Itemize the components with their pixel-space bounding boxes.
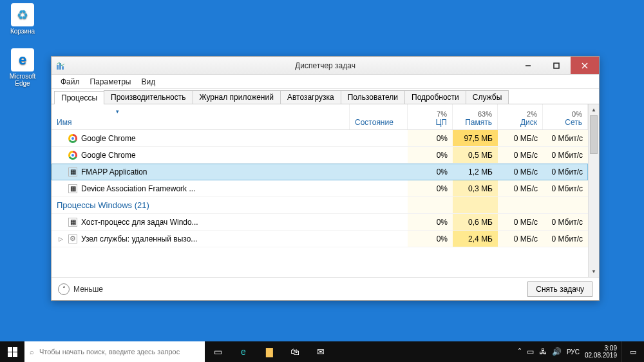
col-status[interactable]: Состояние <box>350 104 408 129</box>
col-network[interactable]: 0%Сеть <box>543 104 588 129</box>
svg-rect-10 <box>13 352 17 357</box>
process-disk: 0 МБ/с <box>498 147 543 163</box>
edge-icon <box>11 48 34 71</box>
gear-icon <box>68 234 77 243</box>
tab-users[interactable]: Пользователи <box>341 90 405 104</box>
taskbar-edge[interactable]: e <box>231 341 256 362</box>
expand-icon[interactable]: ▷ <box>57 236 64 242</box>
process-memory: 1,2 МБ <box>453 164 498 180</box>
recycle-bin-icon <box>11 3 34 26</box>
process-disk: 0 МБ/с <box>498 164 543 180</box>
scroll-thumb[interactable] <box>590 115 598 154</box>
tab-startup[interactable]: Автозагрузка <box>280 90 341 104</box>
end-task-button[interactable]: Снять задачу <box>527 281 592 297</box>
tray-chevron-icon[interactable]: ˄ <box>518 347 522 356</box>
process-status <box>350 231 408 247</box>
tray-network-icon[interactable]: 🖧 <box>539 347 547 356</box>
process-row[interactable]: ▦Device Association Framework ...0%0,3 М… <box>52 180 588 197</box>
process-name: Google Chrome <box>81 134 136 143</box>
scroll-down-button[interactable]: ▼ <box>589 266 599 277</box>
taskbar-explorer[interactable]: ▇ <box>256 341 282 362</box>
process-row[interactable]: ▦FMAPP Application0%1,2 МБ0 МБ/с0 Мбит/с <box>52 164 588 180</box>
tab-performance[interactable]: Производительность <box>104 90 193 104</box>
titlebar[interactable]: Диспетчер задач <box>52 57 599 75</box>
process-name: Google Chrome <box>81 151 136 160</box>
process-status <box>350 214 408 230</box>
app-icon <box>55 61 66 71</box>
taskbar-store[interactable]: 🛍 <box>282 341 308 362</box>
process-name: Узел службы: удаленный вызо... <box>81 234 197 243</box>
process-network: 0 Мбит/с <box>543 164 588 180</box>
start-button[interactable] <box>0 341 24 362</box>
search-icon: ⌕ <box>30 348 34 356</box>
process-status <box>350 130 408 146</box>
svg-rect-0 <box>57 65 59 70</box>
svg-rect-9 <box>8 352 12 357</box>
app-icon: ▦ <box>68 218 77 227</box>
svg-rect-8 <box>13 347 17 352</box>
taskbar: ⌕ Чтобы начать поиск, введите здесь запр… <box>0 341 644 362</box>
tray-volume-icon[interactable]: 🔊 <box>552 347 562 356</box>
menu-view[interactable]: Вид <box>136 76 160 88</box>
menu-file[interactable]: Файл <box>55 76 85 88</box>
process-row[interactable]: ▦Хост-процесс для задач Windo...0%0,6 МБ… <box>52 214 588 231</box>
process-row[interactable]: ▷Узел службы: удаленный вызо...0%2,4 МБ0… <box>52 231 588 247</box>
process-memory: 2,4 МБ <box>453 231 498 247</box>
vertical-scrollbar[interactable]: ▲ ▼ <box>588 104 599 277</box>
scroll-up-button[interactable]: ▲ <box>589 104 599 115</box>
process-status <box>350 164 408 180</box>
tab-services[interactable]: Службы <box>466 90 509 104</box>
menu-options[interactable]: Параметры <box>85 76 137 88</box>
process-status <box>350 180 408 196</box>
action-center-button[interactable]: ▭ <box>621 341 644 362</box>
desktop-icon-label: Корзина <box>3 28 42 35</box>
tab-details[interactable]: Подробности <box>404 90 466 104</box>
chrome-icon <box>68 151 77 160</box>
process-memory: 97,5 МБ <box>453 130 498 146</box>
window-footer: ˄ Меньше Снять задачу <box>52 277 599 300</box>
app-icon: ▦ <box>68 184 77 193</box>
search-placeholder: Чтобы начать поиск, введите здесь запрос <box>39 348 180 356</box>
process-memory: 0,3 МБ <box>453 180 498 196</box>
process-cpu: 0% <box>408 130 453 146</box>
task-view-button[interactable]: ▭ <box>205 341 231 362</box>
process-memory: 0,5 МБ <box>453 147 498 163</box>
maximize-button[interactable] <box>542 57 571 74</box>
process-disk: 0 МБ/с <box>498 231 543 247</box>
menubar: Файл Параметры Вид <box>52 75 599 89</box>
process-row[interactable]: Google Chrome0%0,5 МБ0 МБ/с0 Мбит/с <box>52 147 588 164</box>
process-memory: 0,6 МБ <box>453 214 498 230</box>
desktop-icon-edge[interactable]: Microsoft Edge <box>3 48 42 87</box>
tray-battery-icon[interactable]: ▭ <box>527 347 534 356</box>
system-tray: ˄ ▭ 🖧 🔊 РУС 3:09 02.08.2019 <box>514 345 621 359</box>
close-button[interactable] <box>571 57 599 74</box>
process-network: 0 Мбит/с <box>543 130 588 146</box>
fewer-details-button[interactable]: ˄ Меньше <box>58 283 103 295</box>
svg-rect-7 <box>8 347 12 352</box>
scroll-track[interactable] <box>589 115 599 266</box>
tray-language[interactable]: РУС <box>567 348 580 356</box>
task-manager-window: Диспетчер задач Файл Параметры Вид Проце… <box>51 56 600 301</box>
desktop-icon-recycle-bin[interactable]: Корзина <box>3 3 42 35</box>
col-name[interactable]: ▾ Имя <box>52 104 350 129</box>
process-disk: 0 МБ/с <box>498 214 543 230</box>
process-grid: ▾ Имя Состояние 7%ЦП 63%Память 2%Диск 0%… <box>52 104 588 277</box>
process-status <box>350 147 408 163</box>
col-memory[interactable]: 63%Память <box>453 104 498 129</box>
process-cpu: 0% <box>408 214 453 230</box>
tab-app-history[interactable]: Журнал приложений <box>193 90 281 104</box>
process-row[interactable]: Google Chrome0%97,5 МБ0 МБ/с0 Мбит/с <box>52 130 588 147</box>
process-cpu: 0% <box>408 147 453 163</box>
process-name: Хост-процесс для задач Windo... <box>81 218 198 227</box>
col-cpu[interactable]: 7%ЦП <box>408 104 453 129</box>
svg-rect-4 <box>554 63 559 68</box>
search-box[interactable]: ⌕ Чтобы начать поиск, введите здесь запр… <box>24 341 205 362</box>
svg-rect-2 <box>62 66 64 70</box>
group-label: Процессы Windows (21) <box>57 200 149 210</box>
col-disk[interactable]: 2%Диск <box>498 104 543 129</box>
tab-processes[interactable]: Процессы <box>54 91 104 104</box>
taskbar-mail[interactable]: ✉ <box>308 341 334 362</box>
minimize-button[interactable] <box>514 57 542 74</box>
desktop-icon-label: Microsoft Edge <box>3 73 42 87</box>
tray-clock[interactable]: 3:09 02.08.2019 <box>585 345 617 359</box>
